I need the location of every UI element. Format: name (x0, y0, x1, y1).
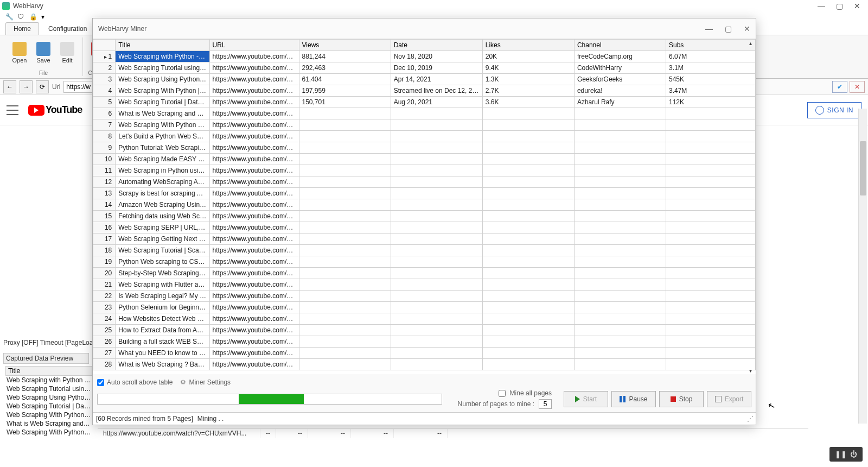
autoscroll-checkbox[interactable]: Auto scroll above table (97, 378, 173, 386)
miner-close[interactable]: ✕ (744, 24, 750, 33)
table-row[interactable]: 13Scrapy is best for scraping ASPX...htt… (93, 188, 756, 199)
row-number: 5 (93, 97, 116, 108)
table-row[interactable]: 27What you NEED to know to start...https… (93, 348, 756, 359)
list-item[interactable]: What is Web Scraping and What is (5, 419, 92, 428)
table-row[interactable]: 22Is Web Scraping Legal? My Tak...https:… (93, 291, 756, 302)
tab-home[interactable]: Home (5, 22, 39, 35)
sign-in-button[interactable]: SIGN IN (807, 102, 861, 118)
miner-maximize[interactable]: ▢ (725, 24, 732, 33)
table-row[interactable]: 28What is Web Scraping ? Basic T...https… (93, 359, 756, 370)
table-row[interactable]: 26Building a full stack WEB SCRA...https… (93, 336, 756, 348)
row-number: 8 (93, 131, 116, 142)
mine-all-pages-checkbox[interactable]: Mine all pages (458, 389, 552, 397)
cell-views: 197,959 (299, 85, 391, 97)
youtube-logo[interactable]: YouTube (28, 104, 82, 116)
cell-subs (666, 279, 756, 291)
rec-stop-icon[interactable]: ⏻ (850, 450, 857, 458)
list-item[interactable]: Web Scraping With Python 101 (5, 428, 92, 437)
hamburger-icon[interactable] (7, 105, 18, 115)
grid-scroll-down[interactable]: ▾ (746, 368, 755, 374)
miner-settings-link[interactable]: ⚙Miner Settings (180, 378, 231, 386)
edit-button[interactable]: Edit (56, 37, 78, 67)
window-minimize[interactable]: — (818, 2, 825, 10)
cell-channel (574, 325, 666, 336)
table-row[interactable]: 9Python Tutorial: Web Scraping w...https… (93, 142, 756, 154)
row-number: 12 (93, 176, 116, 188)
list-item[interactable]: Web Scraping Using Python | Gee (5, 393, 92, 402)
miner-pause-button[interactable]: Pause (611, 391, 656, 407)
qa-shield-icon[interactable]: 🛡 (17, 13, 25, 21)
cell-subs: 112K (666, 97, 756, 108)
cell-title: How to Extract Data from ANY ... (116, 325, 209, 336)
rec-pause-icon[interactable]: ❚❚ (835, 450, 847, 458)
table-row[interactable]: 8Let's Build a Python Web Scrapi...https… (93, 131, 756, 142)
table-row[interactable]: 4Web Scraping With Python | Pyt...https:… (93, 85, 756, 97)
table-row[interactable]: 16Web Scraping SERP | URL, Title...https… (93, 222, 756, 234)
url-confirm-button[interactable]: ✔ (832, 81, 847, 93)
miner-minimize[interactable]: — (705, 24, 713, 33)
url-cancel-button[interactable]: ✕ (850, 81, 865, 93)
tab-configuration[interactable]: Configuration (40, 22, 95, 35)
table-row[interactable]: 1Web Scraping with Python - Bea...https:… (93, 51, 756, 62)
table-row[interactable]: 12Automating WebScraping Amazo...https:/… (93, 176, 756, 188)
col-header[interactable]: Title (116, 40, 209, 51)
page-scrollbar[interactable] (858, 109, 867, 424)
numpages-input[interactable] (539, 399, 552, 409)
table-row[interactable]: 11Web Scraping in Python using B...https… (93, 165, 756, 176)
table-row[interactable]: 18Web Scraping Tutorial | Scape D...http… (93, 245, 756, 256)
data-grid[interactable]: TitleURLViewsDateLikesChannelSubs 1Web S… (93, 39, 756, 370)
save-button[interactable]: Save (33, 37, 54, 67)
table-row[interactable]: 23Python Selenium for Beginners – ...htt… (93, 302, 756, 313)
qa-lock-icon[interactable]: 🔒 (29, 13, 37, 21)
table-row[interactable]: 5Web Scraping Tutorial | Data Scr...http… (93, 97, 756, 108)
reload-button[interactable]: ⟳ (36, 80, 49, 93)
table-row[interactable]: 19Python Web scraping to CSV file|...htt… (93, 256, 756, 268)
table-row[interactable]: 24How Websites Detect Web Scra...https:/… (93, 313, 756, 325)
col-header[interactable]: Date (391, 40, 482, 51)
cell-date (391, 245, 482, 256)
scrollbar-thumb[interactable] (860, 141, 866, 195)
qa-tool-icon[interactable]: 🔧 (5, 13, 13, 21)
qa-dropdown-icon[interactable]: ▾ (41, 13, 49, 21)
window-close[interactable]: ✕ (854, 2, 860, 10)
col-header[interactable]: Likes (482, 40, 574, 51)
col-header[interactable]: Channel (574, 40, 666, 51)
list-item[interactable]: Web Scraping with Python - Beaut (5, 376, 92, 384)
grid-scroll-up[interactable]: ▴ (746, 40, 755, 46)
resize-grip-icon[interactable]: ⋰ (747, 415, 752, 422)
col-header[interactable]: URL (209, 40, 299, 51)
list-item[interactable]: Web Scraping Tutorial | Data Scra (5, 402, 92, 411)
table-row[interactable]: 15Fetching data using Web Scrapi...https… (93, 211, 756, 222)
cell-channel: edureka! (574, 85, 666, 97)
col-header[interactable]: Subs (666, 40, 756, 51)
table-row[interactable]: 21Web Scraping with Flutter and H...http… (93, 279, 756, 291)
cell-url: https://www.youtube.com/watc... (209, 268, 299, 279)
back-button[interactable]: ← (3, 80, 16, 93)
col-header[interactable]: Views (299, 40, 391, 51)
miner-stop-button[interactable]: Stop (659, 391, 704, 407)
table-row[interactable]: 6What is Web Scraping and Wha...https://… (93, 108, 756, 119)
forward-button[interactable]: → (20, 80, 33, 93)
table-row[interactable]: 10Web Scraping Made EASY With...https://… (93, 154, 756, 165)
open-button[interactable]: Open (9, 37, 30, 67)
cell-views: 150,701 (299, 97, 391, 108)
table-row[interactable]: 17Web Scraping Getting Next Pag...https:… (93, 234, 756, 245)
table-row[interactable]: 14Amazon Web Scraping Using Py...https:/… (93, 199, 756, 211)
table-row[interactable]: 3Web Scraping Using Python | Ge...https:… (93, 74, 756, 85)
list-item[interactable]: Web Scraping Tutorial using Pytho (5, 384, 92, 393)
cell-subs (666, 336, 756, 348)
table-row[interactable]: 25How to Extract Data from ANY ...https:… (93, 325, 756, 336)
cell-likes: 1.3K (482, 74, 574, 85)
cell-views (299, 108, 391, 119)
table-row[interactable]: 2Web Scraping Tutorial using Pyt...https… (93, 62, 756, 74)
row-number: 21 (93, 279, 116, 291)
table-row[interactable]: 7Web Scraping With Python 101https://www… (93, 119, 756, 131)
col-rownum[interactable] (93, 40, 116, 51)
miner-title-bar[interactable]: WebHarvy Miner — ▢ ✕ (93, 18, 756, 39)
table-row[interactable]: 20Step-by-Step Web Scraping Tut...https:… (93, 268, 756, 279)
list-item[interactable]: Web Scraping With Python | Pytho (5, 411, 92, 419)
cell-url: https://www.youtube.com/watc... (209, 211, 299, 222)
cell-subs (666, 108, 756, 119)
cell-channel (574, 348, 666, 359)
window-maximize[interactable]: ▢ (836, 2, 843, 10)
